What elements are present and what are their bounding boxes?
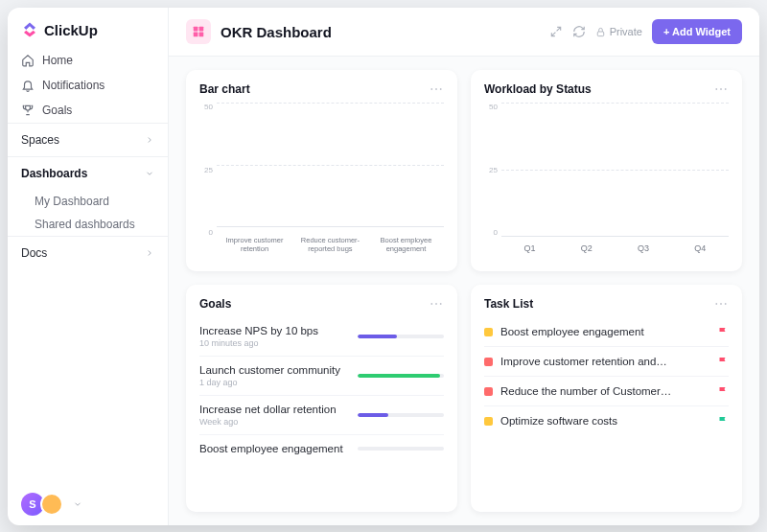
progress-bar [358,335,444,338]
goal-name: Boost employee engagement [199,443,343,454]
card-menu[interactable]: ⋯ [714,296,729,312]
card-title: Task List [484,297,533,311]
nav-notifications-label: Notifications [42,79,105,92]
flag-icon[interactable] [717,415,729,427]
status-square [484,387,493,396]
grid-icon [192,25,205,38]
bar-chart: 50250 Improve customer retentionReduce c… [199,103,444,262]
flag-icon[interactable] [717,356,729,367]
task-row[interactable]: Optimize software costs [484,406,729,435]
flag-icon[interactable] [717,385,729,397]
expand-icon[interactable] [549,25,563,38]
task-name: Improve customer retention and… [500,356,709,367]
home-icon [21,54,35,67]
bell-icon [21,79,35,92]
app-window: ClickUp Home Notifications Goals Spaces … [8,8,759,525]
chevron-right-icon [145,135,154,145]
goal-name: Increase NPS by 10 bps [199,325,318,336]
nav-goals-label: Goals [42,104,72,117]
card-title: Goals [199,297,231,311]
task-name: Optimize software costs [500,415,709,427]
status-square [484,417,493,426]
svg-rect-2 [194,33,198,37]
refresh-icon[interactable] [572,25,586,38]
page-title: OKR Dashboard [221,24,332,40]
chevron-down-icon [145,169,154,178]
goal-name: Increase net dollar retention [199,404,337,415]
svg-rect-1 [199,27,204,32]
svg-rect-3 [199,33,204,37]
avatar-secondary [40,493,63,516]
sidebar-item-my-dashboard[interactable]: My Dashboard [8,190,168,213]
main: OKR Dashboard Private + Add Widget Bar c… [169,8,759,525]
task-row[interactable]: Boost employee engagement [484,317,729,347]
lock-icon [595,27,606,37]
sidebar: ClickUp Home Notifications Goals Spaces … [8,8,169,525]
goal-row[interactable]: Launch customer community1 day ago [199,357,444,396]
section-spaces-label: Spaces [21,133,59,147]
category-label: Q4 [694,243,706,253]
goal-row[interactable]: Boost employee engagement [199,435,444,462]
card-workload: Workload by Status ⋯ 50250 Q1Q2Q3Q4 [471,70,742,271]
dashboard-glyph [186,19,211,44]
user-strip[interactable]: S [8,483,168,525]
privacy-indicator[interactable]: Private [595,26,642,37]
section-dashboards[interactable]: Dashboards [8,156,168,190]
trophy-icon [21,104,35,117]
brand: ClickUp [8,8,168,48]
workload-chart: 50250 Q1Q2Q3Q4 [484,103,729,262]
task-name: Reduce the number of Customer… [500,385,709,397]
card-menu[interactable]: ⋯ [430,296,444,312]
goal-row[interactable]: Increase NPS by 10 bps10 minutes ago [199,317,444,357]
goal-meta: Week ago [199,417,337,427]
card-goals: Goals ⋯ Increase NPS by 10 bps10 minutes… [186,285,457,512]
card-title: Workload by Status [484,82,592,96]
bar-label: Boost employee engagement [372,236,439,253]
card-tasklist: Task List ⋯ Boost employee engagementImp… [471,285,742,512]
section-docs-label: Docs [21,246,47,260]
card-menu[interactable]: ⋯ [714,81,729,97]
chevron-right-icon [145,248,154,258]
chevron-down-icon [73,499,82,509]
goal-meta: 1 day ago [199,378,340,387]
status-square [484,328,493,336]
brand-name: ClickUp [44,22,98,38]
goal-row[interactable]: Increase net dollar retentionWeek ago [199,396,444,435]
card-menu[interactable]: ⋯ [430,81,444,97]
bar-label: Reduce customer-reported bugs [296,236,363,253]
nav-home[interactable]: Home [8,48,168,73]
sidebar-item-shared-dashboards[interactable]: Shared dashboards [8,213,168,236]
category-label: Q2 [581,243,593,253]
task-row[interactable]: Reduce the number of Customer… [484,377,729,406]
progress-bar [358,447,444,451]
svg-rect-0 [194,27,198,32]
status-square [484,358,493,366]
progress-bar [358,413,444,417]
section-dashboards-label: Dashboards [21,167,87,180]
goals-list: Increase NPS by 10 bps10 minutes agoLaun… [199,317,444,462]
task-row[interactable]: Improve customer retention and… [484,347,729,377]
goal-name: Launch customer community [199,364,340,376]
nav-notifications[interactable]: Notifications [8,73,168,98]
category-label: Q1 [524,243,536,253]
add-widget-button[interactable]: + Add Widget [652,19,742,44]
flag-icon[interactable] [717,326,729,337]
nav-home-label: Home [42,54,73,67]
section-spaces[interactable]: Spaces [8,123,168,156]
category-label: Q3 [638,243,649,253]
section-docs[interactable]: Docs [8,236,168,269]
topbar: OKR Dashboard Private + Add Widget [169,8,759,57]
goal-meta: 10 minutes ago [199,338,318,348]
progress-bar [358,374,444,378]
task-name: Boost employee engagement [500,326,709,337]
svg-rect-4 [597,32,603,36]
dashboard-grid: Bar chart ⋯ 50250 Improve customer reten… [169,57,759,525]
task-list: Boost employee engagementImprove custome… [484,317,729,435]
privacy-label: Private [610,26,642,37]
card-title: Bar chart [199,82,250,96]
bar-label: Improve customer retention [221,236,288,253]
card-bar-chart: Bar chart ⋯ 50250 Improve customer reten… [186,70,457,271]
nav-goals[interactable]: Goals [8,98,168,123]
clickup-logo-icon [21,21,38,38]
